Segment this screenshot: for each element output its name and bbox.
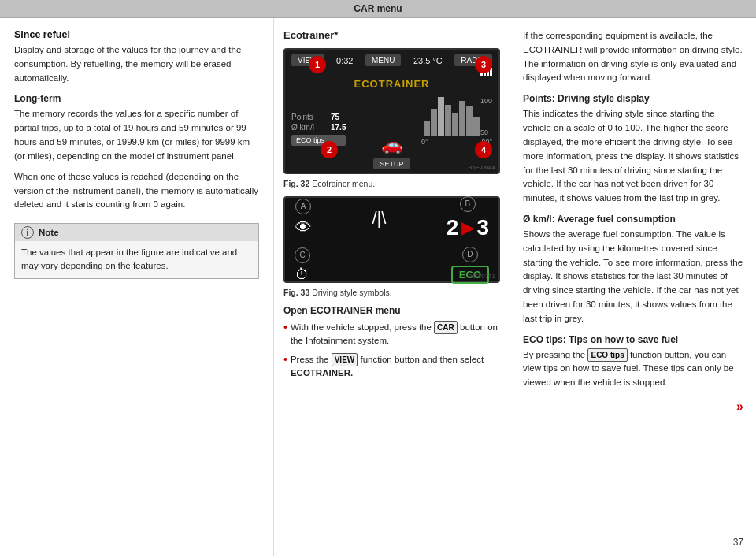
section2-title-right: Ø km/l: Average fuel consumption [523,214,743,225]
tab-menu: MENU [365,54,401,66]
note-label: Note [39,228,59,237]
sym-letter-c: C [295,247,310,263]
bullet2-text: Press the VIEW function button and then … [291,353,500,381]
num-circle-1: 1 [309,56,326,73]
mid-column: Ecotrainer* VIEW 0:32 MENU 23.5 °C RADIO [274,18,510,556]
sym-letter-d: D [462,247,478,262]
symbols-display: A 👁 /|\ B 2 ▶ 3 [284,196,500,283]
intro-text: If the corresponding equipment is availa… [523,29,743,85]
fig32-caption: Fig. 32 Ecotrainer menu. [284,179,500,188]
bar-8 [473,117,480,136]
section3-title-right: ECO tips: Tips on how to save fuel [523,334,743,345]
bullet-dot-1: • [284,321,287,334]
left-column: Since refuel Display and storage of the … [0,18,274,556]
section3-text: When one of these values is reached (dep… [14,170,259,212]
eco-tips-button: ECO tips [587,348,627,363]
fig33-caption: Fig. 33 Driving style symbols. [284,288,500,297]
symbols-row-2: C ⏱ D ECO [295,247,489,284]
bar-7 [466,106,472,136]
fig33-text: Driving style symbols. [312,288,392,297]
sym-block-b: B 2 ▶ 3 [447,196,489,240]
info-icon: i [21,226,34,239]
eco-time: 0:32 [336,56,353,65]
eco-logo: ECOTRAINER [291,78,492,90]
num-circle-2: 2 [321,141,338,158]
note-text: The values that appear in the figure are… [21,247,237,270]
section2-text-right: Shows the average fuel consumption. The … [523,228,743,326]
sym-block-a: A 👁 [295,199,312,238]
section2-title: Long-term [14,93,259,104]
symbols-row: A 👁 /|\ B 2 ▶ 3 [295,196,489,240]
points-value: 75 [331,113,339,121]
points-label: Points [291,113,326,121]
open-menu-title: Open ECOTRAINER menu [284,305,500,316]
car-icon: 🚗 [381,135,402,155]
section1-text-right: This indicates the driving style since s… [523,107,743,206]
page-header: CAR menu [0,0,756,18]
note-header: i Note [15,224,258,241]
sym-ref: 85F-0751 [469,273,495,280]
section3-text-right: By pressing the ECO tips function button… [523,348,743,390]
car-button: CAR [434,321,458,334]
fig32-text: Ecotrainer menu. [312,179,375,188]
section2-text: The memory records the values for a spec… [14,107,259,163]
bar-3 [438,97,444,136]
num-circle-4: 4 [475,141,492,158]
right-arrow: » [736,400,743,414]
eco-ref: 85F-0644 [469,164,495,171]
bullet1-text: With the vehicle stopped, press the CAR … [291,321,500,348]
km-label: Ø km/l [291,123,326,132]
gauge-icon: ⏱ [295,266,309,283]
header-title: CAR menu [354,3,402,14]
eco-scale: 100 50 [480,97,492,136]
note-body: The values that appear in the figure are… [15,241,258,278]
right-column: If the corresponding equipment is availa… [510,18,756,556]
eco-left-data: Points 75 Ø km/l 17.5 ECO tips [291,113,346,146]
setup-btn: SETUP [373,158,410,169]
speed-icon: /|\ [372,208,386,229]
sym-num3: 3 [476,215,489,240]
page-number: 37 [733,537,743,548]
steering-icon: 👁 [295,218,312,238]
sym-numbers: 2 ▶ 3 [447,215,489,240]
bullet-item-1: • With the vehicle stopped, press the CA… [284,321,500,348]
bar-4 [445,105,451,136]
num-circle-3: 3 [475,56,492,73]
eco-temp: 23.5 °C [413,56,443,65]
bar-2 [431,109,437,136]
section1-text: Display and storage of the values for th… [14,43,259,85]
bar-5 [452,113,458,136]
scale-50: 50 [480,128,492,136]
sym-block-c: C ⏱ [295,247,310,283]
bullet-item-2: • Press the VIEW function button and the… [284,353,500,381]
eco-tips-btn: ECO tips [291,135,346,146]
note-box: i Note The values that appear in the fig… [14,223,259,279]
view-button: VIEW [332,353,358,366]
sym-letter-b: B [460,196,476,212]
sym-num2: 2 [447,215,459,240]
ecotrainer-bold: ECOTRAINER. [291,368,353,378]
bar-6 [459,101,465,136]
ecotrainer-display: VIEW 0:32 MENU 23.5 °C RADIO EC [284,48,500,174]
sym-arrow: ▶ [461,218,473,237]
scale-100: 100 [480,97,492,105]
section1-title-right: Points: Driving style display [523,93,743,104]
bullet-dot-2: • [284,353,287,366]
deg-left: 0° [421,138,428,146]
ecotrainer-title: Ecotrainer* [284,29,500,43]
sym-block-speed: /|\ [372,208,386,229]
bar-1 [424,121,430,136]
km-value: 17.5 [331,123,346,132]
sym-letter-a: A [295,199,311,214]
section1-title: Since refuel [14,29,259,40]
fig32-num: Fig. 32 [284,179,309,188]
fig33-num: Fig. 33 [284,288,309,297]
